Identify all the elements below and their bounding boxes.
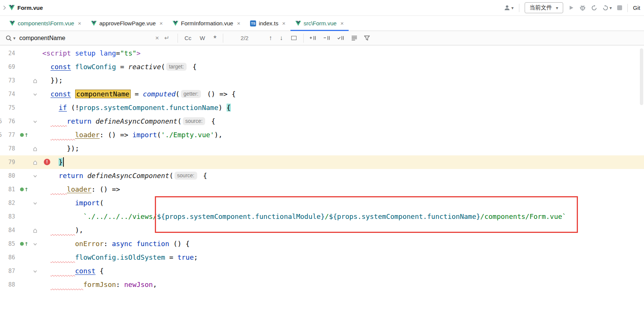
tab-forminformation.vue[interactable]: FormInformation.vue× bbox=[168, 16, 245, 31]
search-input[interactable]: componentName bbox=[19, 35, 155, 42]
code-line-79[interactable]: 79! } bbox=[0, 155, 644, 169]
gutter-implemented-marker[interactable]: ↑ bbox=[17, 128, 31, 142]
gutter-implemented-marker[interactable]: ↑ bbox=[17, 237, 31, 251]
code-line-86[interactable]: 86 flowConfig.isOldSystem = true; bbox=[0, 251, 644, 264]
line-number[interactable]: 24 bbox=[0, 46, 17, 60]
new-line-icon[interactable]: ↵ bbox=[164, 34, 169, 42]
code-text[interactable]: <script setup lang="ts"> bbox=[39, 46, 644, 60]
code-line-69[interactable]: 69 const flowConfig = reactive(target: { bbox=[0, 60, 644, 74]
search-mode-button[interactable]: ▾ bbox=[5, 35, 15, 42]
find-in-selection-button[interactable] bbox=[291, 36, 297, 40]
code-text[interactable]: }); bbox=[39, 74, 644, 87]
line-number[interactable]: 75 bbox=[0, 101, 17, 115]
stop-button[interactable] bbox=[617, 5, 622, 10]
code-line-85[interactable]: 85↑ onError: async function () { bbox=[0, 237, 644, 251]
line-number[interactable]: 80 bbox=[0, 169, 17, 183]
code-line-73[interactable]: 73 }); bbox=[0, 74, 644, 87]
line-number[interactable]: 79 bbox=[0, 155, 17, 169]
code-text[interactable]: `./../../../views/${props.systemComponen… bbox=[39, 210, 644, 223]
green-marker-icon[interactable] bbox=[20, 133, 24, 137]
editor[interactable]: 24<script setup lang="ts">69 const flowC… bbox=[0, 45, 644, 310]
code-with-me-button[interactable]: ▾ bbox=[504, 5, 514, 11]
line-number[interactable]: 88 bbox=[0, 278, 17, 291]
rerun-button[interactable]: ▾ bbox=[602, 5, 612, 11]
code-text[interactable]: return defineAsyncComponent(source: { bbox=[39, 115, 644, 128]
profiler-button[interactable] bbox=[591, 5, 597, 11]
tab-close-icon[interactable]: × bbox=[237, 20, 240, 26]
fold-up-icon[interactable] bbox=[31, 74, 39, 87]
code-line-75[interactable]: 75 if (!props.systemComponent.functionNa… bbox=[0, 101, 644, 115]
line-number[interactable]: 87 bbox=[0, 264, 17, 278]
line-number[interactable]: 69 bbox=[0, 60, 17, 74]
run-configuration-select[interactable]: 当前文件 ▾ bbox=[525, 2, 563, 13]
code-line-81[interactable]: 81↑ loader: () => bbox=[0, 183, 644, 196]
line-number[interactable]: 78 bbox=[0, 142, 17, 155]
fold-down-icon[interactable] bbox=[31, 169, 39, 183]
code-text[interactable]: } bbox=[39, 155, 644, 169]
code-text[interactable]: onError: async function () { bbox=[39, 237, 644, 251]
line-number[interactable]: 83 bbox=[0, 210, 17, 223]
code-area[interactable]: 24<script setup lang="ts">69 const flowC… bbox=[0, 46, 644, 291]
code-text[interactable]: loader: () => bbox=[39, 183, 644, 196]
code-text[interactable]: }); bbox=[39, 142, 644, 155]
tab-approveflowpage.vue[interactable]: approveFlowPage.vue× bbox=[86, 16, 168, 31]
line-number[interactable]: 85 bbox=[0, 237, 17, 251]
match-case-toggle[interactable]: Cc bbox=[184, 35, 191, 41]
line-number[interactable]: 73 bbox=[0, 74, 17, 87]
git-widget[interactable]: Git bbox=[633, 5, 640, 11]
debug-button[interactable] bbox=[579, 5, 586, 11]
add-selection-button[interactable] bbox=[309, 35, 317, 41]
filter-button[interactable] bbox=[364, 36, 370, 41]
code-text[interactable]: const flowConfig = reactive(target: { bbox=[39, 60, 644, 74]
line-number[interactable]: 77 bbox=[0, 128, 17, 142]
tab-close-icon[interactable]: × bbox=[282, 20, 286, 26]
green-marker-icon[interactable] bbox=[20, 242, 24, 246]
line-number[interactable]: 76 bbox=[0, 115, 17, 128]
code-line-82[interactable]: 82 import( bbox=[0, 196, 644, 210]
fold-down-icon[interactable] bbox=[31, 196, 39, 210]
code-text[interactable]: const componentName = computed(getter: (… bbox=[39, 87, 644, 101]
run-button[interactable] bbox=[568, 5, 574, 11]
fold-down-icon[interactable] bbox=[31, 237, 39, 251]
code-text[interactable]: formJson: newJson, bbox=[39, 278, 644, 291]
fold-up-icon[interactable] bbox=[31, 142, 39, 155]
code-text[interactable]: ), bbox=[39, 223, 644, 237]
line-number[interactable]: 74 bbox=[0, 87, 17, 101]
code-text[interactable]: if (!props.systemComponent.functionName)… bbox=[39, 101, 644, 115]
tab-close-icon[interactable]: × bbox=[340, 20, 344, 26]
code-line-87[interactable]: 87 const { bbox=[0, 264, 644, 278]
code-text[interactable]: const { bbox=[39, 264, 644, 278]
remove-selection-button[interactable] bbox=[323, 35, 330, 41]
code-text[interactable]: return defineAsyncComponent(source: { bbox=[39, 169, 644, 183]
fold-up-icon[interactable] bbox=[31, 155, 39, 169]
fold-down-icon[interactable] bbox=[31, 115, 39, 128]
tab-src-form.vue[interactable]: src\Form.vue× bbox=[290, 16, 349, 31]
select-all-occurrences-button[interactable] bbox=[337, 35, 344, 41]
code-line-80[interactable]: 80 return defineAsyncComponent(source: { bbox=[0, 169, 644, 183]
tab-components-form.vue[interactable]: components\Form.vue× bbox=[5, 16, 86, 31]
error-icon[interactable]: ! bbox=[44, 159, 50, 165]
line-number[interactable]: 81 bbox=[0, 183, 17, 196]
next-occurrence-button[interactable]: ↓ bbox=[280, 34, 283, 42]
line-number[interactable]: 86 bbox=[0, 251, 17, 264]
code-line-84[interactable]: 84 ), bbox=[0, 223, 644, 237]
code-text[interactable]: import( bbox=[39, 196, 644, 210]
code-line-88[interactable]: 88 formJson: newJson, bbox=[0, 278, 644, 291]
code-text[interactable]: loader: () => import('./Empty.vue'), bbox=[39, 128, 644, 142]
regex-toggle[interactable]: * bbox=[213, 36, 216, 40]
code-line-74[interactable]: 74 const componentName = computed(getter… bbox=[0, 87, 644, 101]
fold-down-icon[interactable] bbox=[31, 87, 39, 101]
fold-up-icon[interactable] bbox=[31, 223, 39, 237]
line-number[interactable]: 82 bbox=[0, 196, 17, 210]
code-line-24[interactable]: 24<script setup lang="ts"> bbox=[0, 46, 644, 60]
code-line-83[interactable]: 83 `./../../../views/${props.systemCompo… bbox=[0, 210, 644, 223]
scrollbar-thumb[interactable] bbox=[640, 48, 643, 105]
whole-words-toggle[interactable]: W bbox=[200, 35, 205, 41]
code-line-78[interactable]: 78 }); bbox=[0, 142, 644, 155]
green-marker-icon[interactable] bbox=[20, 188, 24, 191]
tab-index.ts[interactable]: TSindex.ts× bbox=[245, 16, 290, 31]
search-options-button[interactable] bbox=[351, 35, 357, 41]
clear-search-icon[interactable]: × bbox=[155, 34, 159, 42]
line-number[interactable]: 84 bbox=[0, 223, 17, 237]
code-line-76[interactable]: 676 return defineAsyncComponent(source: … bbox=[0, 115, 644, 128]
